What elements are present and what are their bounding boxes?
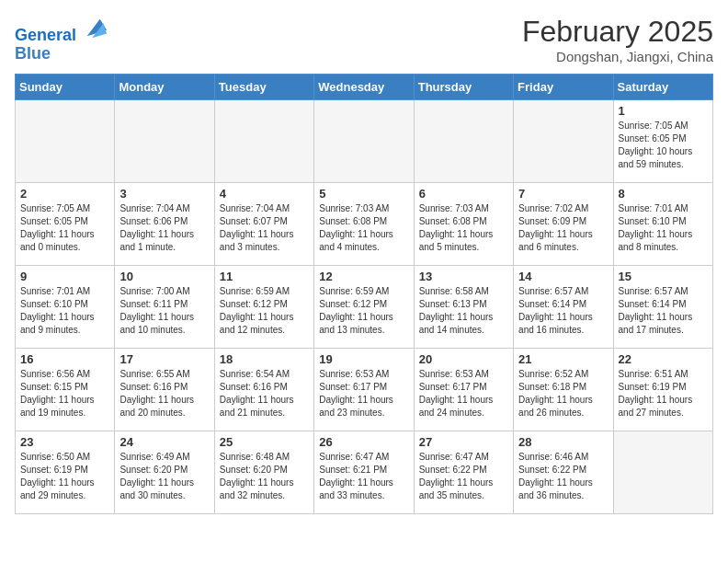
day-number: 26 bbox=[319, 435, 408, 449]
calendar-week-5: 23Sunrise: 6:50 AM Sunset: 6:19 PM Dayli… bbox=[16, 431, 713, 514]
day-number: 8 bbox=[619, 187, 708, 201]
day-number: 17 bbox=[119, 352, 209, 366]
calendar-day: 13Sunrise: 6:58 AM Sunset: 6:13 PM Dayli… bbox=[414, 266, 513, 349]
calendar-week-2: 2Sunrise: 7:05 AM Sunset: 6:05 PM Daylig… bbox=[16, 183, 713, 266]
calendar-day bbox=[613, 431, 712, 514]
calendar-day: 19Sunrise: 6:53 AM Sunset: 6:17 PM Dayli… bbox=[314, 349, 414, 431]
calendar-day: 10Sunrise: 7:00 AM Sunset: 6:11 PM Dayli… bbox=[115, 266, 214, 349]
day-number: 22 bbox=[619, 352, 708, 366]
day-number: 7 bbox=[518, 187, 608, 201]
day-info: Sunrise: 6:50 AM Sunset: 6:19 PM Dayligh… bbox=[20, 451, 109, 502]
calendar-day bbox=[314, 100, 414, 183]
weekday-header-tuesday: Tuesday bbox=[214, 75, 313, 100]
day-info: Sunrise: 6:46 AM Sunset: 6:22 PM Dayligh… bbox=[518, 451, 608, 502]
calendar-day: 11Sunrise: 6:59 AM Sunset: 6:12 PM Dayli… bbox=[214, 266, 313, 349]
calendar-day: 4Sunrise: 7:04 AM Sunset: 6:07 PM Daylig… bbox=[214, 183, 313, 266]
day-number: 11 bbox=[220, 270, 309, 283]
day-number: 12 bbox=[319, 270, 408, 283]
calendar-day: 27Sunrise: 6:47 AM Sunset: 6:22 PM Dayli… bbox=[414, 431, 513, 514]
day-info: Sunrise: 6:49 AM Sunset: 6:20 PM Dayligh… bbox=[119, 451, 209, 502]
day-number: 9 bbox=[20, 270, 109, 283]
day-info: Sunrise: 6:56 AM Sunset: 6:15 PM Dayligh… bbox=[20, 368, 109, 419]
day-info: Sunrise: 6:52 AM Sunset: 6:18 PM Dayligh… bbox=[518, 368, 608, 419]
calendar-day: 23Sunrise: 6:50 AM Sunset: 6:19 PM Dayli… bbox=[16, 431, 115, 514]
day-info: Sunrise: 7:03 AM Sunset: 6:08 PM Dayligh… bbox=[319, 202, 408, 254]
calendar-day: 1Sunrise: 7:05 AM Sunset: 6:05 PM Daylig… bbox=[613, 100, 712, 183]
day-number: 4 bbox=[220, 187, 309, 201]
calendar-table: SundayMondayTuesdayWednesdayThursdayFrid… bbox=[15, 74, 713, 514]
day-info: Sunrise: 7:02 AM Sunset: 6:09 PM Dayligh… bbox=[518, 202, 608, 254]
calendar-week-4: 16Sunrise: 6:56 AM Sunset: 6:15 PM Dayli… bbox=[16, 349, 713, 431]
title-area: February 2025 Dongshan, Jiangxi, China bbox=[522, 15, 713, 64]
day-info: Sunrise: 6:53 AM Sunset: 6:17 PM Dayligh… bbox=[319, 368, 408, 419]
day-number: 23 bbox=[20, 435, 109, 449]
month-title: February 2025 bbox=[522, 15, 713, 49]
day-info: Sunrise: 7:03 AM Sunset: 6:08 PM Dayligh… bbox=[419, 202, 508, 254]
day-info: Sunrise: 6:57 AM Sunset: 6:14 PM Dayligh… bbox=[518, 285, 608, 337]
weekday-header-sunday: Sunday bbox=[16, 75, 115, 100]
calendar-day: 14Sunrise: 6:57 AM Sunset: 6:14 PM Dayli… bbox=[514, 266, 613, 349]
day-number: 6 bbox=[419, 187, 508, 201]
weekday-header-thursday: Thursday bbox=[414, 75, 513, 100]
calendar-day: 28Sunrise: 6:46 AM Sunset: 6:22 PM Dayli… bbox=[514, 431, 613, 514]
weekday-header-monday: Monday bbox=[115, 75, 214, 100]
day-info: Sunrise: 7:05 AM Sunset: 6:05 PM Dayligh… bbox=[20, 202, 109, 254]
day-info: Sunrise: 6:59 AM Sunset: 6:12 PM Dayligh… bbox=[319, 285, 408, 337]
day-number: 16 bbox=[20, 352, 109, 366]
day-number: 1 bbox=[619, 104, 708, 118]
calendar-day: 25Sunrise: 6:48 AM Sunset: 6:20 PM Dayli… bbox=[214, 431, 313, 514]
day-number: 3 bbox=[119, 187, 209, 201]
calendar-day: 3Sunrise: 7:04 AM Sunset: 6:06 PM Daylig… bbox=[115, 183, 214, 266]
day-number: 5 bbox=[319, 187, 408, 201]
day-info: Sunrise: 6:55 AM Sunset: 6:16 PM Dayligh… bbox=[119, 368, 209, 419]
calendar-day bbox=[414, 100, 513, 183]
day-number: 20 bbox=[419, 352, 508, 366]
calendar-day: 16Sunrise: 6:56 AM Sunset: 6:15 PM Dayli… bbox=[16, 349, 115, 431]
day-number: 25 bbox=[220, 435, 309, 449]
day-number: 15 bbox=[619, 270, 708, 283]
day-info: Sunrise: 6:58 AM Sunset: 6:13 PM Dayligh… bbox=[419, 285, 508, 337]
logo: General Blue bbox=[15, 15, 108, 63]
calendar-day: 26Sunrise: 6:47 AM Sunset: 6:21 PM Dayli… bbox=[314, 431, 414, 514]
calendar-day: 9Sunrise: 7:01 AM Sunset: 6:10 PM Daylig… bbox=[16, 266, 115, 349]
day-info: Sunrise: 6:47 AM Sunset: 6:22 PM Dayligh… bbox=[419, 451, 508, 502]
calendar-day: 20Sunrise: 6:53 AM Sunset: 6:17 PM Dayli… bbox=[414, 349, 513, 431]
day-number: 24 bbox=[119, 435, 209, 449]
calendar-day: 15Sunrise: 6:57 AM Sunset: 6:14 PM Dayli… bbox=[613, 266, 712, 349]
calendar-day bbox=[115, 100, 214, 183]
day-info: Sunrise: 7:05 AM Sunset: 6:05 PM Dayligh… bbox=[619, 120, 708, 171]
day-info: Sunrise: 6:51 AM Sunset: 6:19 PM Dayligh… bbox=[619, 368, 708, 419]
calendar-day: 18Sunrise: 6:54 AM Sunset: 6:16 PM Dayli… bbox=[214, 349, 313, 431]
weekday-header-friday: Friday bbox=[514, 75, 613, 100]
calendar-day: 21Sunrise: 6:52 AM Sunset: 6:18 PM Dayli… bbox=[514, 349, 613, 431]
calendar-day bbox=[16, 100, 115, 183]
calendar-day bbox=[514, 100, 613, 183]
calendar-day: 24Sunrise: 6:49 AM Sunset: 6:20 PM Dayli… bbox=[115, 431, 214, 514]
day-info: Sunrise: 7:01 AM Sunset: 6:10 PM Dayligh… bbox=[619, 202, 708, 254]
day-info: Sunrise: 6:57 AM Sunset: 6:14 PM Dayligh… bbox=[619, 285, 708, 337]
day-info: Sunrise: 6:48 AM Sunset: 6:20 PM Dayligh… bbox=[220, 451, 309, 502]
day-info: Sunrise: 6:47 AM Sunset: 6:21 PM Dayligh… bbox=[319, 451, 408, 502]
calendar-day: 17Sunrise: 6:55 AM Sunset: 6:16 PM Dayli… bbox=[115, 349, 214, 431]
day-number: 2 bbox=[20, 187, 109, 201]
day-info: Sunrise: 7:04 AM Sunset: 6:06 PM Dayligh… bbox=[119, 202, 209, 254]
day-info: Sunrise: 7:01 AM Sunset: 6:10 PM Dayligh… bbox=[20, 285, 109, 337]
weekday-header-row: SundayMondayTuesdayWednesdayThursdayFrid… bbox=[16, 75, 713, 100]
calendar-week-1: 1Sunrise: 7:05 AM Sunset: 6:05 PM Daylig… bbox=[16, 100, 713, 183]
calendar-day: 6Sunrise: 7:03 AM Sunset: 6:08 PM Daylig… bbox=[414, 183, 513, 266]
logo-icon bbox=[83, 15, 108, 40]
day-number: 13 bbox=[419, 270, 508, 283]
calendar-day: 7Sunrise: 7:02 AM Sunset: 6:09 PM Daylig… bbox=[514, 183, 613, 266]
calendar-day bbox=[214, 100, 313, 183]
calendar-day: 22Sunrise: 6:51 AM Sunset: 6:19 PM Dayli… bbox=[613, 349, 712, 431]
day-number: 21 bbox=[518, 352, 608, 366]
day-number: 10 bbox=[119, 270, 209, 283]
day-info: Sunrise: 6:59 AM Sunset: 6:12 PM Dayligh… bbox=[220, 285, 309, 337]
day-info: Sunrise: 6:53 AM Sunset: 6:17 PM Dayligh… bbox=[419, 368, 508, 419]
calendar-day: 12Sunrise: 6:59 AM Sunset: 6:12 PM Dayli… bbox=[314, 266, 414, 349]
day-number: 18 bbox=[220, 352, 309, 366]
calendar-day: 8Sunrise: 7:01 AM Sunset: 6:10 PM Daylig… bbox=[613, 183, 712, 266]
calendar-week-3: 9Sunrise: 7:01 AM Sunset: 6:10 PM Daylig… bbox=[16, 266, 713, 349]
day-number: 14 bbox=[518, 270, 608, 283]
page-header: General Blue February 2025 Dongshan, Jia… bbox=[15, 15, 713, 64]
